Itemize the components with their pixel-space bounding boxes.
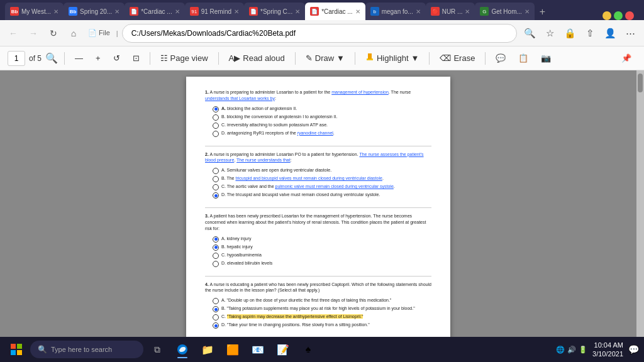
profile-button[interactable]: 👤 <box>601 25 619 42</box>
scroll-thumb[interactable] <box>638 74 643 92</box>
question-1-text: 1. A nurse is preparing to administer Lo… <box>205 89 431 102</box>
erase-button[interactable]: ⌫ Erase <box>435 51 480 65</box>
scrollbar[interactable] <box>636 70 644 337</box>
more-button[interactable]: ⋯ <box>621 25 639 42</box>
q2-option-c: C. The aortic valve and the pulmonic val… <box>213 184 431 190</box>
pdf-content: 1. A nurse is preparing to administer Lo… <box>0 70 636 337</box>
tab-close-cardiac-active[interactable]: ✕ <box>355 8 360 15</box>
q2-option-d: D. The tricuspid and bicuspid valve must… <box>213 192 431 199</box>
q1-option-c: C. irreversibly attaching to sodium pota… <box>213 122 431 129</box>
search-button[interactable]: 🔍 <box>521 25 538 42</box>
taskbar-store-app[interactable]: 🟧 <box>221 339 244 359</box>
page-number-input[interactable] <box>8 51 25 66</box>
refresh-button[interactable]: ↻ <box>45 25 62 41</box>
browser-toolbar-icons: 🔍 ☆ 🔒 ⇧ 👤 ⋯ <box>521 25 639 42</box>
copy-button[interactable]: 📋 <box>513 51 533 65</box>
draw-icon: ✎ <box>306 53 313 63</box>
highlight-icon <box>365 52 374 64</box>
store-icon: 🟧 <box>226 344 239 356</box>
draw-button[interactable]: ✎ Draw ▼ <box>301 51 350 65</box>
pin-icon-btn[interactable]: 📌 <box>616 51 636 65</box>
taskbar-search-icon: 🔍 <box>38 345 47 354</box>
question-2: 2. A nurse is preparing to administer Lo… <box>205 151 431 199</box>
page-total: of 5 <box>29 54 42 63</box>
main-content-area: 1. A nurse is preparing to administer Lo… <box>0 70 644 337</box>
tab-nur[interactable]: 🔴 NUR ... ✕ <box>426 3 475 20</box>
page-view-button[interactable]: ☷ Page view <box>155 51 213 65</box>
window-maximize-button[interactable]: □ <box>614 11 623 20</box>
taskbar-spotify-app[interactable]: ♠ <box>297 339 319 359</box>
notifications-button[interactable]: 💬 <box>628 344 639 354</box>
taskbar-edge-app[interactable] <box>171 339 194 359</box>
q3-option-a: A. kidney injury <box>213 236 431 243</box>
address-bar: ← → ↻ ⌂ 📄 File | 🔍 ☆ 🔒 ⇧ 👤 ⋯ <box>0 20 644 47</box>
tab-cardiac-active[interactable]: 📄 *Cardiac ... ✕ <box>305 3 365 20</box>
tab-close-remind[interactable]: ✕ <box>234 8 239 15</box>
pin-button[interactable]: 📌 <box>616 51 636 65</box>
draw-dropdown-icon: ▼ <box>336 53 345 63</box>
back-button[interactable]: ← <box>5 25 21 41</box>
svg-rect-5 <box>17 350 22 355</box>
share-button[interactable]: ⇧ <box>581 25 599 42</box>
home-button[interactable]: ⌂ <box>65 25 82 41</box>
word-icon: 📝 <box>277 344 289 356</box>
question-1: 1. A nurse is preparing to administer Lo… <box>205 89 431 137</box>
tab-cardiac-1[interactable]: 📄 *Cardiac ... ✕ <box>125 3 184 20</box>
q1-ryanodine: ryanodine channel <box>297 131 333 135</box>
q2-circle-d <box>213 192 219 199</box>
toolbar-sep-4 <box>295 52 296 65</box>
zoom-in-button[interactable]: + <box>91 51 106 65</box>
q3-option-b: B. hepatic injury <box>213 244 431 251</box>
tab-megan[interactable]: b megan fo... ✕ <box>365 3 426 20</box>
lock-button[interactable]: 🔒 <box>561 25 579 42</box>
taskbar-word-app[interactable]: 📝 <box>272 339 294 359</box>
new-tab-button[interactable]: + <box>535 4 550 20</box>
question-4: 4. A nurse is educating a patient who ha… <box>205 282 431 329</box>
taskbar-search-box[interactable]: 🔍 Type here to search <box>30 341 143 358</box>
tab-remind[interactable]: 91 91 Remind ✕ <box>185 3 244 20</box>
window-close-button[interactable]: ✕ <box>625 11 634 20</box>
highlight-button[interactable]: Highlight ▼ <box>360 50 424 67</box>
tab-spring-c[interactable]: 📄 *Spring C... ✕ <box>244 3 305 20</box>
read-aloud-icon: A▶ <box>229 53 241 63</box>
read-aloud-button[interactable]: A▶ Read aloud <box>224 51 290 65</box>
address-input[interactable] <box>122 24 517 43</box>
tab-close-nur[interactable]: ✕ <box>465 8 470 15</box>
forward-button[interactable]: → <box>25 25 42 41</box>
zoom-out-button[interactable]: — <box>70 51 88 65</box>
taskbar-right: 🌐 🔊 🔋 10:04 AM 3/10/2021 💬 <box>556 341 639 359</box>
clock: 10:04 AM 3/10/2021 <box>592 341 623 359</box>
taskbar-task-view[interactable]: ⧉ <box>146 339 169 359</box>
q1-circle-b <box>213 114 219 121</box>
q4-circle-d <box>213 322 219 329</box>
q3-option-d: D. elevated bilirubin levels <box>213 260 431 267</box>
tab-get-hom[interactable]: G Get Hom... ✕ <box>475 3 534 20</box>
start-button[interactable] <box>5 339 28 359</box>
ink-button[interactable]: 📷 <box>536 51 556 65</box>
tab-close-spring-c[interactable]: ✕ <box>295 8 300 15</box>
q1-option-b: B. blocking the conversion of angiotensi… <box>213 114 431 121</box>
tab-close-my-west[interactable]: ✕ <box>53 8 58 15</box>
tab-my-west[interactable]: Bb My West... ✕ <box>5 3 64 20</box>
q3-circle-a <box>213 236 219 243</box>
tab-close-spring-20[interactable]: ✕ <box>114 8 119 15</box>
page-view-icon: ☷ <box>160 53 168 63</box>
pdf-page: 1. A nurse is preparing to administer Lo… <box>186 77 450 337</box>
fit-page-button[interactable]: ⊡ <box>128 51 145 65</box>
date-display: 3/10/2021 <box>592 349 623 358</box>
q4-circle-c <box>213 314 219 321</box>
tab-spring-20[interactable]: Bb Spring 20... ✕ <box>64 3 125 20</box>
question-3: 3. A patient has been newly prescribed L… <box>205 213 431 266</box>
window-minimize-button[interactable]: — <box>602 11 611 20</box>
tab-close-cardiac-1[interactable]: ✕ <box>175 8 180 15</box>
svg-rect-4 <box>11 350 16 355</box>
tab-close-megan[interactable]: ✕ <box>416 8 421 15</box>
taskbar-mail-app[interactable]: 📧 <box>247 339 269 359</box>
toolbar-sep-5 <box>355 52 355 65</box>
tab-close-get-hom[interactable]: ✕ <box>525 8 530 15</box>
taskbar-file-explorer[interactable]: 📁 <box>196 339 219 359</box>
comment-button[interactable]: 💬 <box>491 51 511 65</box>
star-button[interactable]: ☆ <box>541 25 558 42</box>
rotate-button[interactable]: ↺ <box>108 51 125 65</box>
divider-3 <box>205 276 431 277</box>
